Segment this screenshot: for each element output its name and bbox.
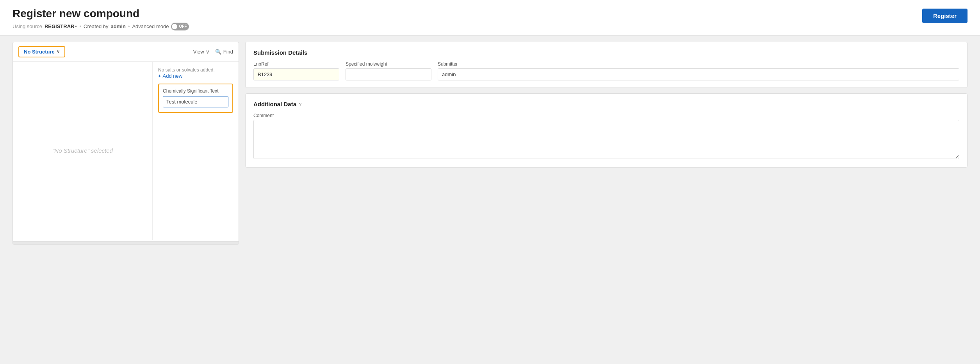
cst-label: Chemically Significant Text (163, 88, 228, 94)
main-content: No Structure ∨ View ∨ 🔍 Find (0, 36, 980, 251)
search-icon: 🔍 (215, 49, 221, 55)
molweight-input[interactable] (346, 68, 431, 80)
view-label: View (193, 49, 204, 55)
register-button[interactable]: Register (922, 9, 968, 23)
toggle-state: OFF (179, 24, 187, 29)
source-value: REGISTRAR (45, 23, 75, 29)
salts-panel: No salts or solvates added. + Add new Ch… (153, 62, 239, 240)
no-structure-label: No Structure (24, 49, 55, 55)
add-new-label: Add new (163, 73, 183, 79)
submitter-label: Submitter (438, 61, 959, 67)
salts-info: No salts or solvates added. + Add new (158, 67, 233, 79)
cst-input-wrapper: ▼ (163, 96, 228, 107)
header-subtitle: Using source REGISTRAR ▾ • Created by ad… (12, 23, 189, 30)
additional-data-card: Additional Data ∨ Comment (245, 93, 968, 168)
page-title: Register new compound (12, 7, 189, 20)
plus-icon: + (158, 73, 161, 79)
cst-input[interactable] (163, 96, 228, 107)
no-structure-selected-text: "No Structure" selected (52, 147, 113, 154)
no-salts-text: No salts or solvates added. (158, 67, 233, 73)
lnbref-label: LnbRef (253, 61, 339, 67)
additional-data-title: Additional Data (253, 101, 296, 107)
left-panel: No Structure ∨ View ∨ 🔍 Find (12, 42, 239, 245)
header: Register new compound Using source REGIS… (0, 0, 980, 36)
find-button[interactable]: 🔍 Find (215, 49, 233, 55)
toolbar-right: View ∨ 🔍 Find (193, 49, 233, 55)
created-by-label: Created by (84, 23, 109, 29)
header-right: Register (922, 7, 968, 23)
right-panel: Submission Details LnbRef Specified molw… (245, 42, 968, 245)
submission-details-card: Submission Details LnbRef Specified molw… (245, 42, 968, 88)
created-by-value: admin (111, 23, 126, 29)
structure-area: "No Structure" selected (13, 62, 153, 240)
no-structure-chevron-icon: ∨ (57, 49, 60, 54)
molweight-label: Specified molweight (346, 61, 431, 67)
submitter-field-group: Submitter (438, 61, 959, 80)
submission-fields-row: LnbRef Specified molweight Submitter (253, 61, 959, 80)
additional-data-chevron-icon: ∨ (299, 101, 302, 107)
submitter-input[interactable] (438, 68, 959, 80)
left-panel-toolbar: No Structure ∨ View ∨ 🔍 Find (13, 42, 239, 62)
header-left: Register new compound Using source REGIS… (12, 7, 189, 30)
advanced-mode-toggle[interactable]: OFF (171, 23, 189, 30)
lnbref-field-group: LnbRef (253, 61, 339, 80)
view-chevron-icon: ∨ (206, 49, 210, 55)
source-dropdown[interactable]: REGISTRAR ▾ (45, 23, 77, 29)
comment-label: Comment (253, 113, 959, 118)
advanced-mode-label: Advanced mode (132, 23, 169, 29)
add-new-link[interactable]: + Add new (158, 73, 182, 79)
additional-data-header[interactable]: Additional Data ∨ (253, 101, 959, 107)
no-structure-button[interactable]: No Structure ∨ (18, 46, 65, 57)
comment-field-group: Comment (253, 113, 959, 160)
bottom-border (13, 241, 239, 244)
page-wrapper: Register new compound Using source REGIS… (0, 0, 980, 364)
toggle-knob (172, 24, 177, 29)
separator-1: • (79, 23, 81, 29)
molweight-field-group: Specified molweight (346, 61, 431, 80)
comment-textarea[interactable] (253, 120, 959, 159)
chemically-significant-text-box: Chemically Significant Text ▼ (158, 84, 233, 113)
view-button[interactable]: View ∨ (193, 49, 210, 55)
using-source-label: Using source (12, 23, 42, 29)
separator-2: • (128, 23, 130, 29)
lnbref-input[interactable] (253, 68, 339, 80)
left-panel-body: "No Structure" selected No salts or solv… (13, 62, 239, 240)
source-chevron-icon: ▾ (75, 24, 77, 29)
submission-details-title: Submission Details (253, 49, 959, 56)
find-label: Find (223, 49, 233, 55)
